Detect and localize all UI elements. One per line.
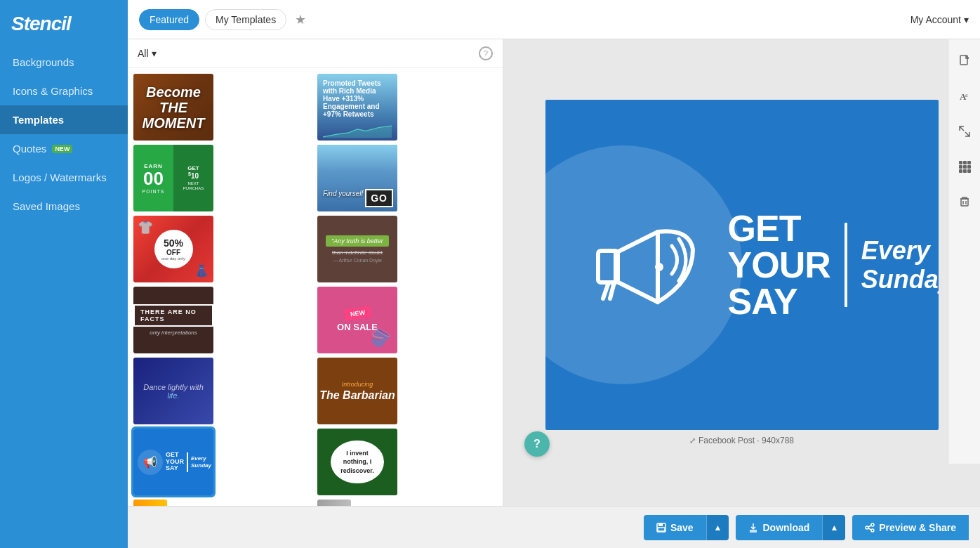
svg-line-31 [868,528,871,530]
svg-line-8 [965,132,969,136]
save-dropdown-button[interactable]: ▲ [706,515,729,540]
template-thumb-6[interactable]: "Any truth is better than indefinite dou… [317,216,397,282]
content-area: All ▾ ? BecomeTHE MOMENT Promoted Tweets… [128,39,980,506]
svg-line-2 [610,282,614,299]
app-logo[interactable]: Stencil [11,13,71,35]
delete-icon[interactable] [954,191,975,212]
download-group: Download ▲ [736,515,845,540]
svg-line-1 [603,282,609,299]
main-area: Featured My Templates ★ My Account ▾ All… [128,0,980,548]
sidebar-item-saved-images-label: Saved Images [13,200,80,212]
download-dropdown-button[interactable]: ▲ [822,515,845,540]
sidebar-item-quotes[interactable]: Quotes NEW [0,134,128,163]
sidebar-item-logos-watermarks[interactable]: Logos / Watermarks [0,163,128,192]
template-thumb-9[interactable]: Dance lightly with life. [133,358,213,424]
save-icon [656,523,666,533]
save-label: Save [670,522,694,533]
template-thumb-5[interactable]: 50% OFF one day only 👕 👗 [133,216,213,282]
chevron-down-icon: ▾ [152,48,157,59]
svg-rect-9 [959,161,962,164]
sidebar-item-quotes-label: Quotes [13,143,46,155]
svg-point-27 [871,523,874,526]
svg-rect-15 [959,169,962,173]
template-thumb-7[interactable]: THERE ARE NO FACTS only interpretations [133,287,213,353]
tab-featured[interactable]: Featured [139,9,199,30]
svg-text:a: a [965,92,968,98]
tab-my-templates[interactable]: My Templates [205,9,286,30]
template-thumb-12[interactable]: I inventnothing, Irediscover. [317,429,397,495]
svg-rect-14 [967,165,971,169]
template-thumb-14[interactable] [317,500,351,506]
preview-group: Preview & Share [852,515,969,540]
download-icon [748,523,758,533]
filter-label: All [138,48,149,59]
sidebar: Stencil Backgrounds Icons & Graphics Tem… [0,0,128,548]
my-account-label: My Account [911,14,961,25]
right-toolbar: A a [948,39,980,464]
filter-dropdown[interactable]: All ▾ [138,48,157,59]
download-label: Download [762,522,809,533]
svg-point-3 [655,263,663,271]
template-thumb-13[interactable] [133,500,167,506]
canvas-text-section: GET YOUR SAY Every Sunday [728,210,939,320]
help-icon[interactable]: ? [479,46,493,60]
canvas-divider [845,223,847,307]
template-thumb-4[interactable]: GO Find yourself [317,145,397,211]
svg-point-29 [871,529,874,532]
my-account-button[interactable]: My Account ▾ [911,14,969,25]
svg-rect-13 [963,165,967,169]
text-icon[interactable]: A a [954,86,975,107]
canvas-content: GET YOUR SAY Every Sunday [545,172,939,358]
action-bar: Save ▲ Download ▲ [128,506,980,548]
sidebar-item-icons-graphics[interactable]: Icons & Graphics [0,77,128,105]
svg-point-28 [866,526,868,529]
svg-rect-22 [658,523,663,526]
filter-bar: All ▾ ? [128,39,503,68]
preview-button[interactable]: Preview & Share [852,515,969,540]
sidebar-item-saved-images[interactable]: Saved Images [0,192,128,221]
svg-rect-16 [963,169,967,173]
canvas-wrapper: GET YOUR SAY Every Sunday [545,100,939,445]
svg-rect-17 [967,169,971,173]
template-thumb-11[interactable]: 📢 GETYOURSAY EverySunday [133,429,213,495]
svg-rect-23 [658,528,665,531]
topbar: Featured My Templates ★ My Account ▾ [128,0,980,39]
canvas-subtitle: Every Sunday [861,236,939,294]
svg-line-7 [960,126,964,131]
svg-rect-11 [967,161,971,164]
resize-icon[interactable] [954,121,975,142]
svg-rect-18 [961,199,968,206]
template-thumb-3[interactable]: EARN 00 POINTS GET $10 NEXTPURCHAS [133,145,213,211]
grid-icon[interactable] [954,156,975,177]
sidebar-item-icons-graphics-label: Icons & Graphics [13,85,93,97]
sidebar-item-logos-watermarks-label: Logos / Watermarks [13,171,107,183]
main-canvas: GET YOUR SAY Every Sunday [545,100,939,430]
sidebar-item-templates[interactable]: Templates [0,105,128,134]
svg-rect-10 [963,161,967,164]
canvas-size-label: ⤢ Facebook Post · 940x788 [689,436,794,445]
save-group: Save ▲ [644,515,729,540]
chevron-down-icon: ▾ [964,14,969,25]
preview-label: Preview & Share [879,522,956,533]
share-icon [865,523,875,533]
template-thumb-1[interactable]: BecomeTHE MOMENT [133,74,213,141]
save-button[interactable]: Save [644,515,706,540]
document-icon[interactable] [954,51,975,72]
logo-area: Stencil [0,0,128,48]
svg-rect-12 [959,165,962,169]
sidebar-item-backgrounds[interactable]: Backgrounds [0,48,128,77]
quotes-badge: NEW [52,145,72,153]
help-bubble[interactable]: ? [524,431,550,457]
star-icon[interactable]: ★ [295,12,306,27]
sidebar-item-templates-label: Templates [13,114,64,126]
megaphone-icon [574,193,714,337]
template-thumb-10[interactable]: Introducing The Barbarian [317,358,397,424]
template-grid: BecomeTHE MOMENT Promoted Tweets with Ri… [128,68,503,506]
resize-icon: ⤢ [689,436,696,445]
sidebar-item-backgrounds-label: Backgrounds [13,56,74,68]
download-button[interactable]: Download [736,515,822,540]
canvas-main-text: GET YOUR SAY [728,210,830,320]
svg-line-30 [868,526,871,527]
template-thumb-8[interactable]: NEW ON SALE 🪣 [317,287,397,353]
template-thumb-2[interactable]: Promoted Tweets with Rich Media Have +31… [317,74,397,141]
